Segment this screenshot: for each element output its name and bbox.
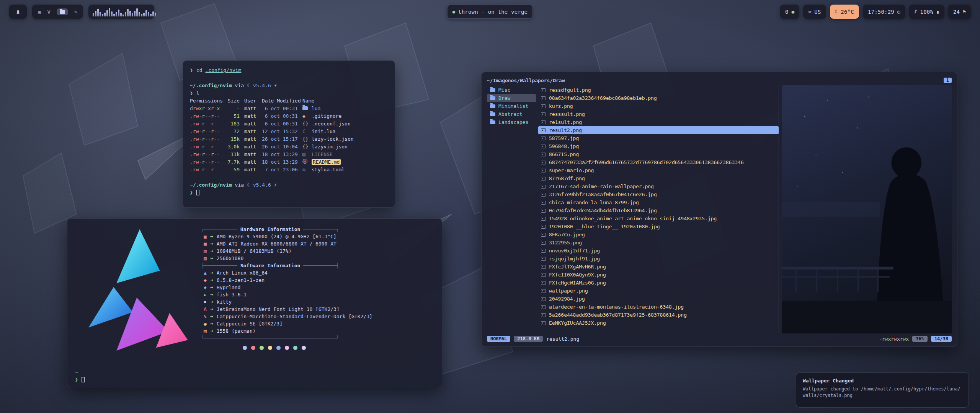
image-file-icon xyxy=(541,185,546,189)
file-permissions: .rw-r--r-- xyxy=(190,128,225,134)
sidebar-folder-misc[interactable]: Misc xyxy=(487,86,536,94)
file-name: EeNKYgIUcAAJ5JX.png xyxy=(549,320,606,326)
file-list-item[interactable]: 154928-odinokoe_anime-art-anime-okno-sin… xyxy=(538,215,779,223)
prompt-symbol: ❯ xyxy=(190,90,193,96)
fetch-item: A➜JetBrainsMono Nerd Font Light 10 [GTK2… xyxy=(201,306,434,313)
workspace-chat[interactable]: V xyxy=(47,9,50,15)
file-list-item[interactable]: 866715.png xyxy=(538,150,779,158)
module-clock[interactable]: 17:50:29◷ xyxy=(863,5,905,19)
terminal-window-nvim[interactable]: ❯cd.config/nvim ~/.config/nvimvia☾v5.4.6… xyxy=(183,60,395,208)
file-list-item[interactable]: 5a266e448add93deab367d87173e9f25-6837886… xyxy=(538,311,779,319)
file-row[interactable]: .rw-r--r--3,0kmatt26 oct 10:04{}lazyvim.… xyxy=(190,143,388,150)
terminal-window-fetch[interactable]: ┌─────────── Hardware Information ──────… xyxy=(67,218,442,388)
graph-bar xyxy=(125,12,126,16)
file-list-item[interactable]: 587597.jpg xyxy=(538,134,779,142)
file-list-item[interactable]: nnvuv0xj2df71.jpg xyxy=(538,247,779,255)
sidebar-folder-minimalist[interactable]: Minimalist xyxy=(487,102,536,110)
sidebar-folder-draw[interactable]: Draw xyxy=(487,94,536,102)
file-list-item[interactable]: EeNKYgIUcAAJ5JX.png xyxy=(538,319,779,327)
file-list-item[interactable]: 596848.jpg xyxy=(538,142,779,150)
file-manager-window[interactable]: ~/Imagenes/Wallpapers/Draw 1 MiscDrawMin… xyxy=(481,72,957,347)
fetch-item: ▲➜Arch Linux x86_64 xyxy=(201,269,434,276)
braces-icon: {} xyxy=(302,121,312,127)
file-row[interactable]: .rw-r--r--183matt 6 oct 00:31{}.neoconf.… xyxy=(190,120,388,127)
sidebar-folder-abstract[interactable]: Abstract xyxy=(487,110,536,118)
file-list-item[interactable]: 217167-sad-anime-rain-wallpaper.png xyxy=(538,182,779,190)
file-list-item[interactable]: resssult.png xyxy=(538,110,779,118)
file-size: 59 xyxy=(225,167,244,172)
terminal-cursor[interactable] xyxy=(196,190,199,195)
lua-icon: ☾ xyxy=(247,83,250,88)
file-row[interactable]: .rw-r--r--7,7kmatt18 oct 13:29ⓂREADME.md xyxy=(190,158,388,166)
notification-popup[interactable]: Wallpaper Changed Wallpaper changed to /… xyxy=(796,372,969,408)
file-row[interactable]: .rw-r--r--51matt 6 oct 00:31◆.gitignore xyxy=(190,112,388,120)
file-list-item[interactable]: 87r687df.png xyxy=(538,174,779,182)
fetch-item: ▥➜10948MiB / 64183MiB (17%) xyxy=(201,247,434,255)
module-keyboard[interactable]: ⌨US xyxy=(803,5,826,19)
file-row[interactable]: .rw-r--r--59matt 7 oct 23:06⚙stylua.toml xyxy=(190,166,388,173)
fetch-item: ▧➜980x413 xyxy=(201,255,434,262)
file-list-item[interactable]: 0c794faf07de24a4db4d4fb1eb813964.jpg xyxy=(538,206,779,215)
music-status-icon: ● xyxy=(452,9,455,15)
file-list-item[interactable]: re1sult.png xyxy=(538,118,779,126)
file-owner: matt xyxy=(244,159,262,165)
file-name: ressdfgult.png xyxy=(549,87,591,93)
module-weather[interactable]: ☾26°C xyxy=(830,5,859,19)
workspace-design[interactable]: ✎ xyxy=(74,9,77,15)
file-list-item[interactable]: 8FKa7Cu.jpeg xyxy=(538,231,779,239)
file-list-item[interactable]: result2.png xyxy=(538,126,779,134)
module-updates[interactable]: 0● xyxy=(780,5,799,19)
file-name: 596848.jpg xyxy=(549,143,579,149)
workspace-files[interactable] xyxy=(57,8,68,15)
design-icon: ✎ xyxy=(74,9,77,15)
image-file-icon xyxy=(541,145,546,148)
file-date: 6 oct 00:31 xyxy=(262,113,302,119)
terminal-line: ❯l xyxy=(190,89,388,97)
arrow-icon: ➜ xyxy=(210,270,213,276)
file-row[interactable]: .rw-r--r--15kmatt26 oct 15:17{}lazy-lock… xyxy=(190,135,388,143)
breadcrumb-path: ~/Imagenes/Wallpapers/Draw xyxy=(487,78,565,83)
file-row[interactable]: .rw-r--r--72matt12 oct 15:32☾init.lua xyxy=(190,127,388,135)
system-graph-module[interactable] xyxy=(88,5,154,19)
file-list-item[interactable]: FXfcJlTXgAMvH6R.png xyxy=(538,263,779,271)
sidebar-folder-landscapes[interactable]: Landscapes xyxy=(487,118,536,126)
notifications-value: 24 xyxy=(953,9,960,15)
graph-bar xyxy=(129,11,131,16)
module-notifications[interactable]: 24⚑ xyxy=(948,5,971,19)
terminal-cursor[interactable] xyxy=(82,377,85,382)
tab-badge[interactable]: 1 xyxy=(944,78,952,83)
file-name: chica-mirando-la-luna-8799.jpg xyxy=(549,200,639,205)
now-playing-module[interactable]: ● thrown - on the verge xyxy=(447,5,533,19)
fetch-value: 10948MiB / 64183MiB (17%) xyxy=(217,248,292,254)
file-list-item[interactable]: ressdfgult.png xyxy=(538,86,779,94)
file-list-item[interactable]: 3126f7e9bbf21a8a4af0b67b041c6e26.jpg xyxy=(538,190,779,198)
file-list-item[interactable]: super-mario.png xyxy=(538,166,779,174)
file-list-item[interactable]: wallpaper.png xyxy=(538,287,779,295)
mode-badge: NORMAL xyxy=(487,336,510,342)
image-file-icon xyxy=(541,257,546,261)
file-row[interactable]: .rw-r--r--11kmatt18 oct 13:29▤LICENSE xyxy=(190,150,388,158)
bar-left-modules: ∧ ◉V✎ xyxy=(9,5,154,19)
file-size-badge: 218.8 KB xyxy=(514,336,543,342)
file-list-item[interactable]: 3122955.png xyxy=(538,239,779,247)
file-list-item[interactable]: atardecer-en-la-montanas-ilustracion-634… xyxy=(538,303,779,311)
hardware-title: Hardware Information xyxy=(240,226,301,232)
launcher-button[interactable]: ∧ xyxy=(9,5,27,19)
arrow-icon: ➜ xyxy=(210,234,213,239)
moon-icon: ☾ xyxy=(302,128,312,134)
file-list-item[interactable]: 19201080-__blue-tinge__-1920×1080.jpg xyxy=(538,223,779,231)
file-list-item[interactable]: 20492984.jpg xyxy=(538,295,779,303)
file-list-item[interactable]: 68747470733a2f2f696d616765732d7769786d70… xyxy=(538,158,779,166)
box-bottom-border: └───────────────────────────────────────… xyxy=(201,335,434,342)
fetch-item: ▦➜AMD ATI Radeon RX 6800/6800 XT / 6900 … xyxy=(201,240,434,247)
file-list-item[interactable]: 08a634fa02a32364f69ebc86a98eb1eb.png xyxy=(538,94,779,102)
file-list-item[interactable]: rsjqojlmjhf91.jpg xyxy=(538,255,779,263)
module-volume[interactable]: ♪100%▮ xyxy=(909,5,944,19)
file-list-item[interactable]: chica-mirando-la-luna-8799.jpg xyxy=(538,198,779,206)
fetch-value: Catppuccin-Macchiato-Standard-Lavender-D… xyxy=(217,314,372,319)
file-row[interactable]: drwxr-xr-x-matt 6 oct 00:31lua xyxy=(190,104,388,112)
file-list-item[interactable]: kurz.png xyxy=(538,102,779,110)
workspace-browser[interactable]: ◉ xyxy=(38,9,41,15)
file-list-item[interactable]: FXfcHgcWIAMzs0G.png xyxy=(538,279,779,287)
file-list-item[interactable]: FXfcII0X0AQyn9X.png xyxy=(538,271,779,279)
